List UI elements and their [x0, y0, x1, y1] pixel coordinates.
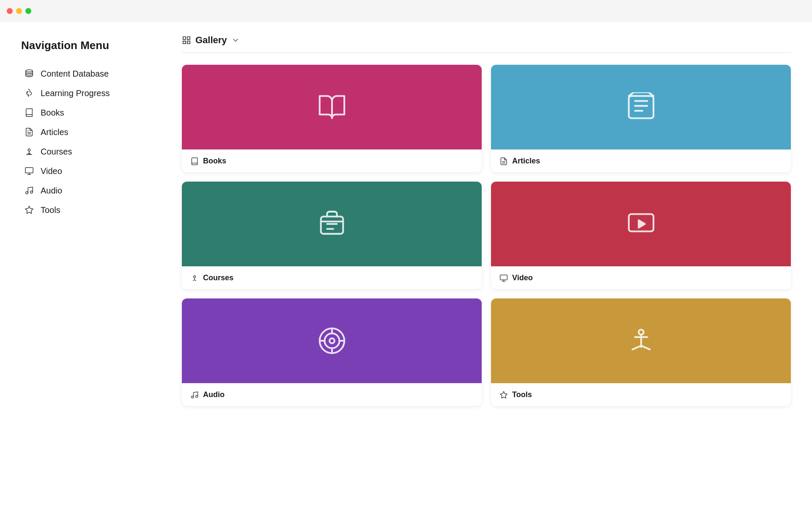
maximize-button[interactable] — [25, 8, 31, 14]
books-card[interactable]: Books — [182, 65, 482, 172]
svg-rect-22 — [500, 275, 508, 280]
books-card-label: Books — [203, 157, 226, 166]
audio-footer-icon — [190, 391, 199, 399]
courses-footer-icon — [190, 274, 199, 282]
sidebar-label-audio: Audio — [41, 186, 62, 196]
sidebar-item-books[interactable]: Books — [21, 103, 148, 122]
sidebar-label-courses: Courses — [41, 147, 72, 157]
svg-point-29 — [196, 395, 198, 397]
sidebar-item-articles[interactable]: Articles — [21, 122, 148, 142]
tools-card-image — [491, 298, 791, 383]
video-icon — [24, 166, 35, 177]
svg-marker-31 — [500, 391, 508, 398]
close-button[interactable] — [7, 8, 13, 14]
video-footer-icon — [499, 274, 508, 282]
gallery-header: Gallery — [182, 35, 791, 53]
video-card-label: Video — [512, 273, 533, 282]
courses-card[interactable]: Courses — [182, 182, 482, 289]
courses-icon — [24, 146, 35, 157]
svg-rect-14 — [187, 41, 190, 44]
sidebar-label-tools: Tools — [41, 205, 60, 215]
titlebar — [0, 0, 812, 22]
content-area: Gallery — [169, 22, 812, 508]
svg-point-9 — [30, 191, 33, 193]
sidebar-label-video: Video — [41, 166, 62, 176]
svg-rect-11 — [183, 37, 186, 39]
sidebar-label-content-database: Content Database — [41, 69, 109, 79]
tools-footer-icon — [499, 391, 508, 399]
audio-card-footer: Audio — [182, 383, 482, 406]
articles-card[interactable]: Articles — [491, 65, 791, 172]
video-card-image — [491, 182, 791, 266]
svg-rect-12 — [187, 37, 190, 39]
tools-icon — [24, 204, 35, 215]
sidebar-item-tools[interactable]: Tools — [21, 200, 148, 220]
svg-rect-13 — [183, 41, 186, 44]
svg-point-27 — [329, 338, 335, 343]
database-icon — [24, 68, 35, 79]
tools-card[interactable]: Tools — [491, 298, 791, 406]
svg-point-26 — [324, 334, 339, 348]
brain-icon — [24, 88, 35, 99]
audio-card-image — [182, 298, 482, 383]
main-layout: Navigation Menu Content Database — [0, 22, 812, 508]
tools-card-label: Tools — [512, 390, 532, 399]
sidebar-label-articles: Articles — [41, 127, 69, 137]
articles-card-label: Articles — [512, 157, 540, 166]
courses-card-label: Courses — [203, 273, 233, 282]
books-card-image — [182, 65, 482, 149]
book-icon — [24, 107, 35, 118]
books-card-footer: Books — [182, 149, 482, 172]
tools-card-footer: Tools — [491, 383, 791, 406]
minimize-button[interactable] — [16, 8, 22, 14]
sidebar-title: Navigation Menu — [21, 39, 148, 52]
articles-icon — [24, 127, 35, 138]
sidebar-label-books: Books — [41, 108, 64, 118]
gallery-grid-icon — [182, 36, 191, 45]
articles-card-footer: Articles — [491, 149, 791, 172]
articles-card-image — [491, 65, 791, 149]
svg-point-28 — [192, 396, 194, 398]
video-card[interactable]: Video — [491, 182, 791, 289]
sidebar-item-content-database[interactable]: Content Database — [21, 64, 148, 83]
svg-rect-18 — [321, 217, 343, 234]
gallery-grid: Books — [182, 65, 791, 406]
sidebar-item-video[interactable]: Video — [21, 161, 148, 181]
svg-rect-15 — [628, 96, 653, 119]
video-card-footer: Video — [491, 266, 791, 289]
courses-card-footer: Courses — [182, 266, 482, 289]
svg-marker-10 — [25, 206, 33, 213]
audio-icon — [24, 185, 35, 196]
sidebar-item-learning-progress[interactable]: Learning Progress — [21, 83, 148, 103]
svg-marker-21 — [639, 220, 645, 228]
courses-card-image — [182, 182, 482, 266]
svg-point-0 — [26, 70, 33, 72]
sidebar: Navigation Menu Content Database — [0, 22, 169, 508]
svg-point-8 — [26, 192, 28, 194]
articles-footer-icon — [499, 157, 508, 166]
sidebar-item-audio[interactable]: Audio — [21, 181, 148, 200]
sidebar-item-courses[interactable]: Courses — [21, 142, 148, 161]
book-footer-icon — [190, 157, 199, 166]
svg-rect-5 — [25, 168, 33, 173]
svg-point-4 — [28, 149, 30, 152]
sidebar-label-learning-progress: Learning Progress — [41, 88, 110, 98]
audio-card-label: Audio — [203, 390, 225, 399]
gallery-dropdown-button[interactable] — [231, 36, 240, 44]
audio-card[interactable]: Audio — [182, 298, 482, 406]
gallery-title: Gallery — [195, 35, 227, 46]
